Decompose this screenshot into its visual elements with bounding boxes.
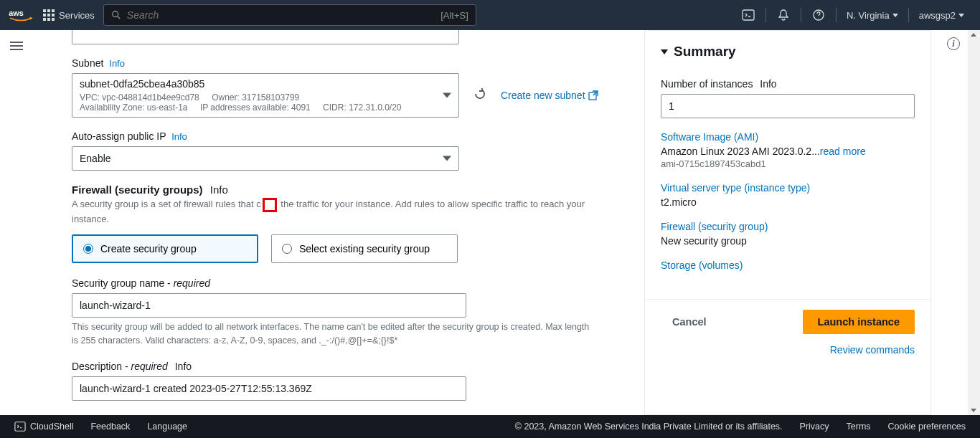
cancel-button[interactable]: Cancel	[661, 310, 718, 333]
summary-actions: Cancel Launch instance Review commands	[645, 299, 930, 366]
services-label: Services	[59, 10, 95, 21]
svg-text:aws: aws	[9, 9, 23, 17]
instances-input[interactable]	[661, 94, 915, 118]
region-selector[interactable]: N. Virginia	[847, 10, 898, 21]
refresh-icon[interactable]	[473, 87, 486, 103]
ami-link[interactable]: Software Image (AMI)	[661, 131, 915, 143]
footer-privacy[interactable]: Privacy	[800, 422, 829, 432]
subnet-label: Subnet Info	[72, 57, 618, 69]
sg-name-label: Security group name - required	[72, 277, 618, 289]
footer-language[interactable]: Language	[147, 422, 187, 432]
search-input[interactable]	[127, 9, 468, 21]
footer-terms[interactable]: Terms	[847, 422, 871, 432]
account-selector[interactable]: awsgsp2	[919, 10, 964, 21]
auto-ip-label: Auto-assign public IP Info	[72, 130, 618, 142]
summary-firewall-value: New security group	[661, 235, 915, 247]
svg-line-2	[118, 16, 121, 19]
subnet-meta: VPC: vpc-048814d1b4ee9cd78 Owner: 317158…	[80, 92, 451, 113]
create-subnet-link[interactable]: Create new subnet	[501, 90, 598, 101]
chevron-down-icon	[443, 156, 451, 161]
instance-type-link[interactable]: Virtual server type (instance type)	[661, 182, 915, 194]
form-area: Subnet Info subnet-0dfa25cbea4a30b85 VPC…	[72, 30, 626, 415]
radio-indicator	[83, 244, 93, 254]
footer-cloudshell[interactable]: CloudShell	[14, 421, 73, 432]
auto-ip-info-link[interactable]: Info	[171, 131, 187, 142]
chevron-down-icon	[443, 93, 451, 98]
ami-id: ami-0715c1897453cabd1	[661, 158, 915, 169]
summary-panel: Summary Number of instances Info Softwar…	[644, 30, 931, 415]
sidebar-toggle[interactable]	[10, 39, 23, 52]
services-grid-icon	[43, 9, 55, 21]
svg-point-1	[113, 11, 118, 17]
sg-name-help: This security group will be added to all…	[72, 320, 595, 348]
caret-down-icon	[892, 14, 898, 17]
services-button[interactable]: Services	[43, 9, 95, 21]
summary-body: Number of instances Info Software Image …	[645, 70, 930, 299]
instances-label: Number of instances Info	[661, 78, 915, 90]
main-content: Subnet Info subnet-0dfa25cbea4a30b85 VPC…	[30, 30, 953, 415]
vpc-select-partial[interactable]	[72, 30, 459, 44]
radio-select-sg[interactable]: Select existing security group	[271, 234, 458, 263]
instance-type-value: t2.micro	[661, 196, 915, 208]
vertical-scrollbar[interactable]	[968, 30, 980, 415]
caret-down-icon	[958, 14, 964, 17]
firewall-description: A security group is a set of firewall ru…	[72, 197, 588, 226]
notifications-icon[interactable]	[776, 8, 791, 22]
instances-info-link[interactable]: Info	[760, 78, 776, 90]
review-commands-link[interactable]: Review commands	[661, 344, 915, 356]
sg-desc-input[interactable]	[72, 376, 466, 401]
svg-rect-6	[15, 422, 25, 431]
launch-instance-button[interactable]: Launch instance	[803, 310, 915, 334]
summary-firewall-link[interactable]: Firewall (security group)	[661, 221, 915, 232]
firewall-info-link[interactable]: Info	[210, 184, 228, 196]
auto-ip-select[interactable]: Enable	[72, 146, 459, 171]
caret-down-icon	[661, 49, 668, 54]
summary-heading[interactable]: Summary	[645, 31, 930, 70]
footer: CloudShell Feedback Language © 2023, Ama…	[0, 415, 980, 438]
cloudshell-icon[interactable]	[741, 8, 755, 22]
sg-desc-label: Description - required Info	[72, 361, 618, 372]
search-icon	[111, 10, 121, 20]
radio-indicator	[282, 244, 292, 254]
storage-link[interactable]: Storage (volumes)	[661, 260, 915, 271]
footer-feedback[interactable]: Feedback	[90, 422, 130, 432]
help-icon[interactable]	[811, 8, 826, 22]
footer-copyright: © 2023, Amazon Web Services India Privat…	[515, 422, 783, 432]
firewall-heading: Firewall (security groups)	[72, 184, 203, 196]
top-nav: aws Services [Alt+S] N. Virginia awsgsp2	[0, 0, 980, 30]
firewall-radio-group: Create security group Select existing se…	[72, 234, 618, 263]
svg-rect-3	[743, 10, 754, 20]
read-more-link[interactable]: read more	[820, 146, 866, 157]
highlight-box	[263, 198, 277, 212]
sg-desc-info-link[interactable]: Info	[175, 361, 192, 372]
radio-create-sg[interactable]: Create security group	[72, 234, 258, 263]
ami-value: Amazon Linux 2023 AMI 2023.0.2...read mo…	[661, 146, 915, 157]
search-box[interactable]: [Alt+S]	[103, 4, 476, 26]
aws-logo[interactable]: aws	[9, 8, 33, 22]
subnet-select[interactable]: subnet-0dfa25cbea4a30b85 VPC: vpc-048814…	[72, 73, 459, 118]
footer-cookies[interactable]: Cookie preferences	[888, 422, 966, 432]
search-shortcut: [Alt+S]	[440, 10, 468, 21]
subnet-id: subnet-0dfa25cbea4a30b85	[80, 78, 451, 90]
subnet-info-link[interactable]: Info	[109, 58, 125, 69]
sg-name-input[interactable]	[72, 293, 466, 318]
external-link-icon	[588, 90, 598, 100]
